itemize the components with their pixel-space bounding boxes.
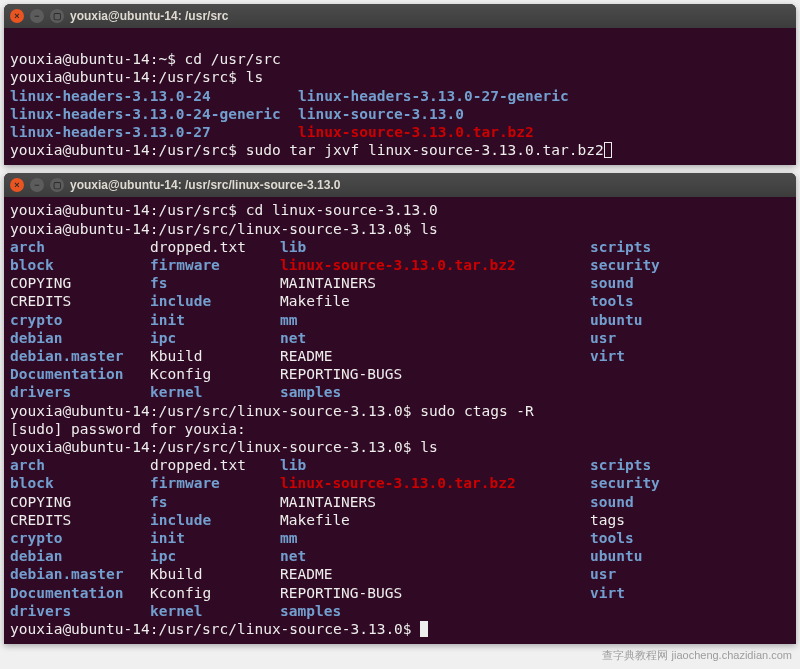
ls-entry: COPYING <box>10 493 150 511</box>
ls-entry <box>590 602 790 620</box>
ls-entry: virt <box>590 347 790 365</box>
ls-entry: README <box>280 565 590 583</box>
ls-entry <box>590 365 790 383</box>
prompt: youxia@ubuntu-14:/usr/src$ <box>10 202 246 218</box>
ls-entry: Makefile <box>280 511 590 529</box>
ls-entry: linux-headers-3.13.0-27-generic <box>298 88 569 104</box>
maximize-icon[interactable]: ▢ <box>50 9 64 23</box>
ls-entry: sound <box>590 274 790 292</box>
ls-entry: tools <box>590 529 790 547</box>
ls-entry: firmware <box>150 474 280 492</box>
ls-entry: ubuntu <box>590 547 790 565</box>
ls-entry: debian <box>10 329 150 347</box>
ls-entry: linux-source-3.13.0.tar.bz2 <box>280 256 590 274</box>
ls-entry: net <box>280 329 590 347</box>
close-icon[interactable]: × <box>10 178 24 192</box>
prompt: youxia@ubuntu-14:/usr/src/linux-source-3… <box>10 221 420 237</box>
window-title: youxia@ubuntu-14: /usr/src/linux-source-… <box>70 178 340 192</box>
ls-entry: tags <box>590 511 790 529</box>
ls-entry: virt <box>590 584 790 602</box>
ls-entry: ipc <box>150 547 280 565</box>
ls-entry: REPORTING-BUGS <box>280 365 590 383</box>
minimize-icon[interactable]: − <box>30 9 44 23</box>
prompt: youxia@ubuntu-14:/usr/src$ <box>10 142 246 158</box>
ls-entry: usr <box>590 565 790 583</box>
ls-entry: debian <box>10 547 150 565</box>
ls-entry: scripts <box>590 238 790 256</box>
ls-entry: fs <box>150 274 280 292</box>
ls-entry: include <box>150 511 280 529</box>
prompt: youxia@ubuntu-14:/usr/src/linux-source-3… <box>10 621 420 637</box>
watermark: 查字典教程网 jiaocheng.chazidian.com <box>602 648 792 656</box>
ls-entry: dropped.txt <box>150 456 280 474</box>
window-title: youxia@ubuntu-14: /usr/src <box>70 9 228 23</box>
ls-entry: block <box>10 256 150 274</box>
command-text: cd linux-source-3.13.0 <box>246 202 438 218</box>
ls-entry: mm <box>280 529 590 547</box>
command-text: cd /usr/src <box>185 51 281 67</box>
ls-entry: lib <box>280 456 590 474</box>
ls-entry: init <box>150 529 280 547</box>
ls-entry: linux-source-3.13.0.tar.bz2 <box>298 124 534 140</box>
cursor-icon <box>604 142 612 158</box>
ls-entry: crypto <box>10 311 150 329</box>
ls-entry: firmware <box>150 256 280 274</box>
ls-entry: init <box>150 311 280 329</box>
command-text: ls <box>420 221 437 237</box>
command-text: ls <box>246 69 263 85</box>
ls-entry: MAINTAINERS <box>280 274 590 292</box>
ls-entry: debian.master <box>10 347 150 365</box>
close-icon[interactable]: × <box>10 9 24 23</box>
ls-entry: CREDITS <box>10 511 150 529</box>
ls-entry: dropped.txt <box>150 238 280 256</box>
prompt: youxia@ubuntu-14:~$ <box>10 51 185 67</box>
ls-entry: lib <box>280 238 590 256</box>
ls-entry: kernel <box>150 383 280 401</box>
command-text: sudo tar jxvf linux-source-3.13.0.tar.bz… <box>246 142 604 158</box>
terminal-body[interactable]: youxia@ubuntu-14:~$ cd /usr/src youxia@u… <box>4 28 796 165</box>
terminal-window-1: × − ▢ youxia@ubuntu-14: /usr/src youxia@… <box>4 4 796 165</box>
ls-entry: arch <box>10 456 150 474</box>
ls-entry: samples <box>280 602 590 620</box>
ls-entry: kernel <box>150 602 280 620</box>
ls-entry: net <box>280 547 590 565</box>
sudo-password-line: [sudo] password for youxia: <box>10 421 246 437</box>
ls-entry: mm <box>280 311 590 329</box>
ls-entry: samples <box>280 383 590 401</box>
titlebar[interactable]: × − ▢ youxia@ubuntu-14: /usr/src/linux-s… <box>4 173 796 197</box>
command-text: sudo ctags -R <box>420 403 534 419</box>
ls-entry: ipc <box>150 329 280 347</box>
maximize-icon[interactable]: ▢ <box>50 178 64 192</box>
ls-entry: Kbuild <box>150 347 280 365</box>
ls-entry: Kconfig <box>150 365 280 383</box>
ls-entry: tools <box>590 292 790 310</box>
ls-entry: drivers <box>10 602 150 620</box>
command-text: ls <box>420 439 437 455</box>
ls-entry: fs <box>150 493 280 511</box>
terminal-body[interactable]: youxia@ubuntu-14:/usr/src$ cd linux-sour… <box>4 197 796 644</box>
minimize-icon[interactable]: − <box>30 178 44 192</box>
ls-entry: COPYING <box>10 274 150 292</box>
ls-entry: security <box>590 256 790 274</box>
ls-entry: security <box>590 474 790 492</box>
ls-output-2: archblockCOPYINGCREDITScryptodebiandebia… <box>10 456 790 620</box>
ls-entry: linux-source-3.13.0 <box>298 106 464 122</box>
titlebar[interactable]: × − ▢ youxia@ubuntu-14: /usr/src <box>4 4 796 28</box>
ls-entry: Documentation <box>10 584 150 602</box>
prompt: youxia@ubuntu-14:/usr/src/linux-source-3… <box>10 439 420 455</box>
prompt: youxia@ubuntu-14:/usr/src$ <box>10 69 246 85</box>
ls-entry: linux-headers-3.13.0-27 <box>10 124 211 140</box>
ls-entry: scripts <box>590 456 790 474</box>
ls-entry: MAINTAINERS <box>280 493 590 511</box>
ls-entry: arch <box>10 238 150 256</box>
ls-entry: REPORTING-BUGS <box>280 584 590 602</box>
ls-entry: block <box>10 474 150 492</box>
ls-entry: linux-headers-3.13.0-24-generic <box>10 106 281 122</box>
ls-entry: include <box>150 292 280 310</box>
ls-entry: drivers <box>10 383 150 401</box>
ls-entry: README <box>280 347 590 365</box>
ls-entry: Makefile <box>280 292 590 310</box>
ls-entry: CREDITS <box>10 292 150 310</box>
ls-entry: crypto <box>10 529 150 547</box>
ls-entry: sound <box>590 493 790 511</box>
